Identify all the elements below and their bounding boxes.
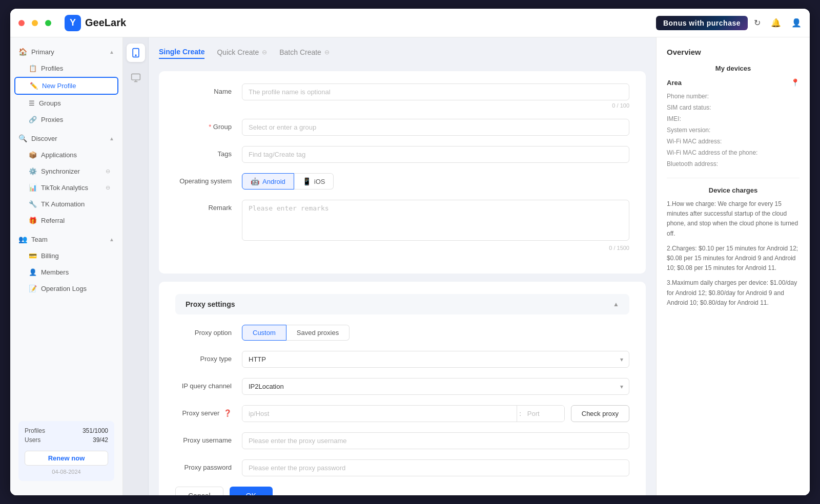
saved-proxies-button[interactable]: Saved proxies (286, 325, 350, 341)
sidebar-item-billing[interactable]: 💳 Billing (14, 248, 118, 264)
logo: Y GeeLark (65, 15, 126, 31)
ip-channel-select[interactable]: IP2Location IPInfo MaxMind (242, 378, 629, 395)
tags-control (242, 146, 629, 163)
group-input[interactable] (242, 119, 629, 136)
tiktok-analytics-icon: 📊 (29, 184, 37, 192)
proxy-username-input[interactable] (242, 432, 629, 449)
sidebar-item-proxies[interactable]: 🔗 Proxies (14, 112, 118, 128)
sidebar-item-tk-automation[interactable]: 🔧 TK Automation (14, 196, 118, 212)
sidebar-item-new-profile[interactable]: ✏️ New Profile (14, 77, 118, 95)
area-location-icon[interactable]: 📍 (791, 78, 799, 87)
proxy-username-control (242, 432, 629, 449)
operation-logs-icon: 📝 (29, 285, 37, 292)
svg-rect-2 (131, 74, 140, 80)
logo-text: GeeLark (85, 17, 126, 29)
renew-button[interactable]: Renew now (25, 451, 108, 466)
remark-row: Remark 0 / 1500 (175, 200, 629, 251)
charge-text-2: 2.Charges: $0.10 per 15 minutes for Andr… (667, 244, 799, 274)
sim-status-field: SIM card status: (667, 104, 799, 111)
name-count: 0 / 100 (242, 102, 629, 109)
area-label: Area (667, 79, 682, 87)
tab-quick-create[interactable]: Quick Create ⊖ (217, 48, 267, 58)
bell-icon[interactable]: 🔔 (771, 18, 781, 28)
name-label: Name (175, 83, 242, 95)
ok-button[interactable]: OK (230, 487, 273, 495)
proxy-server-help-icon[interactable]: ❓ (223, 409, 232, 417)
proxy-password-input[interactable] (242, 459, 629, 476)
group-control (242, 119, 629, 136)
sidebar-item-applications[interactable]: 📦 Applications (14, 147, 118, 163)
content-area: Single Create Quick Create ⊖ Batch Creat… (123, 37, 810, 495)
overview-divider (667, 178, 799, 178)
proxy-server-inputs-row: : Check proxy (242, 405, 629, 422)
tags-input[interactable] (242, 146, 629, 163)
sidebar-item-members[interactable]: 👤 Members (14, 264, 118, 280)
sidebar-footer: Profiles 351/1000 Users 39/42 Renew now … (10, 413, 122, 489)
user-icon[interactable]: 👤 (791, 18, 802, 28)
sidebar: 🏠 Primary ▲ 📋 Profiles ✏️ New Profile ☰ … (10, 37, 123, 495)
device-charges-section: Device charges 1.How we charge: We charg… (667, 186, 799, 308)
sidebar-item-synchronizer[interactable]: ⚙️ Synchronizer ⊖ (14, 163, 118, 179)
bonus-banner[interactable]: Bonus with purchase (656, 16, 748, 30)
team-header[interactable]: 👥 Team ▲ (10, 231, 122, 247)
sidebar-item-tiktok-analytics[interactable]: 📊 TikTok Analytics ⊖ (14, 180, 118, 196)
name-input[interactable] (242, 83, 629, 100)
overview-panel: Overview My devices Area 📍 Phone number:… (656, 37, 810, 495)
proxy-server-label: Proxy server ❓ (175, 405, 242, 417)
bluetooth-field: Bluetooth address: (667, 160, 799, 167)
sidebar-item-referral[interactable]: 🎁 Referral (14, 213, 118, 228)
phone-number-field: Phone number: (667, 93, 799, 100)
ip-channel-control: IP2Location IPInfo MaxMind (242, 378, 629, 395)
remark-control: 0 / 1500 (242, 200, 629, 251)
sidebar-item-operation-logs[interactable]: 📝 Operation Logs (14, 281, 118, 297)
overview-title: Overview (667, 48, 799, 56)
primary-chevron: ▲ (109, 49, 114, 55)
main-form-card: Name 0 / 100 * Group (159, 71, 646, 274)
wifi-mac-field: Wi-Fi MAC address: (667, 138, 799, 145)
mobile-device-tab[interactable] (127, 44, 145, 62)
ios-icon: 📱 (302, 177, 311, 185)
proxy-server-row: Proxy server ❓ : Check proxy (175, 405, 629, 422)
proxy-section-header[interactable]: Proxy settings ▲ (175, 294, 629, 314)
check-proxy-button[interactable]: Check proxy (571, 405, 629, 422)
my-devices-title: My devices (667, 65, 799, 72)
refresh-icon[interactable]: ↻ (754, 18, 761, 28)
custom-proxy-button[interactable]: Custom (242, 325, 286, 341)
charge-text-1: 1.How we charge: We charge for every 15 … (667, 199, 799, 239)
remark-input[interactable] (242, 200, 629, 241)
os-control: 🤖 Android 📱 iOS (242, 173, 629, 190)
name-control: 0 / 100 (242, 83, 629, 109)
cancel-button[interactable]: Cancel (175, 487, 223, 495)
proxy-type-row: Proxy type HTTP HTTPS SOCKS5 (175, 351, 629, 368)
ip-channel-select-wrapper: IP2Location IPInfo MaxMind (242, 378, 629, 395)
primary-header[interactable]: 🏠 Primary ▲ (10, 44, 122, 60)
tab-batch-create[interactable]: Batch Create ⊖ (279, 48, 330, 58)
desktop-device-tab[interactable] (127, 68, 145, 87)
groups-icon: ☰ (29, 99, 35, 107)
referral-icon: 🎁 (29, 217, 37, 224)
device-tabs (123, 37, 149, 495)
proxy-option-buttons: Custom Saved proxies (242, 325, 629, 341)
tab-single-create[interactable]: Single Create (159, 48, 204, 59)
create-tabs: Single Create Quick Create ⊖ Batch Creat… (159, 48, 646, 59)
remark-label: Remark (175, 200, 242, 212)
team-section: 👥 Team ▲ 💳 Billing 👤 Members 📝 Operation… (10, 231, 122, 297)
os-row: Operating system 🤖 Android 📱 iOS (175, 173, 629, 190)
primary-section: 🏠 Primary ▲ 📋 Profiles ✏️ New Profile ☰ … (10, 44, 122, 128)
sidebar-item-profiles[interactable]: 📋 Profiles (14, 60, 118, 76)
app-window: Y GeeLark Bonus with purchase ↻ 🔔 👤 🏠 Pr… (10, 9, 810, 495)
ios-os-button[interactable]: 📱 iOS (294, 173, 334, 190)
sidebar-item-groups[interactable]: ☰ Groups (14, 95, 118, 111)
titlebar-icons: ↻ 🔔 👤 (754, 18, 802, 28)
android-os-button[interactable]: 🤖 Android (242, 173, 294, 190)
discover-header[interactable]: 🔍 Discover ▲ (10, 130, 122, 146)
proxies-icon: 🔗 (29, 116, 37, 123)
applications-icon: 📦 (29, 151, 37, 159)
proxy-host-input[interactable] (242, 406, 517, 422)
profiles-stat: Profiles 351/1000 (25, 427, 108, 434)
proxy-port-input[interactable] (523, 406, 564, 422)
device-charges-title: Device charges (667, 186, 799, 194)
remark-count: 0 / 1500 (242, 245, 629, 251)
proxy-password-label: Proxy password (175, 459, 242, 471)
proxy-type-select[interactable]: HTTP HTTPS SOCKS5 (242, 351, 629, 368)
